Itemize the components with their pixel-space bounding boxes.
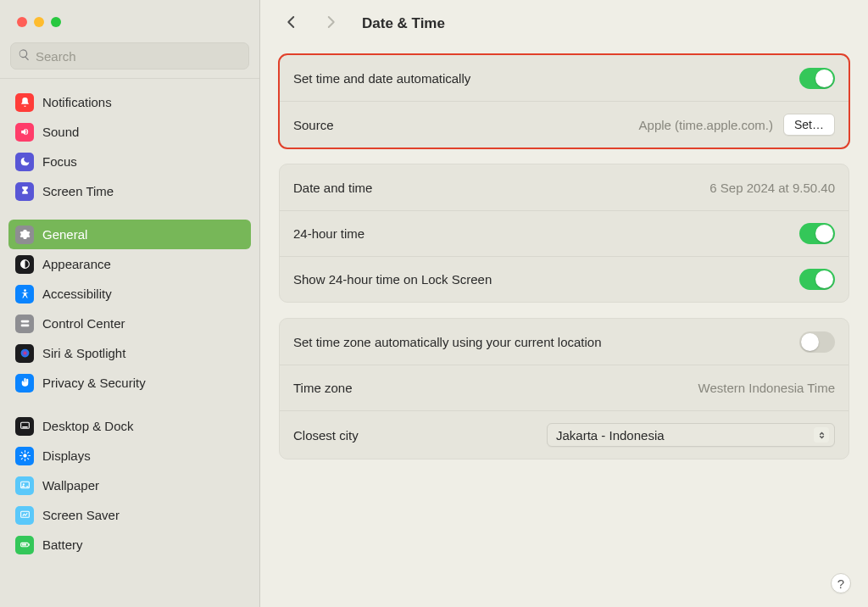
bell-icon xyxy=(15,93,34,112)
sun-icon xyxy=(15,447,34,465)
main-pane: Date & Time Set time and date automatica… xyxy=(260,0,868,607)
sidebar-item-label: Privacy & Security xyxy=(42,376,146,390)
moon-icon xyxy=(15,153,34,171)
auto-time-label: Set time and date automatically xyxy=(293,71,470,86)
auto-time-toggle[interactable] xyxy=(799,68,835,89)
panel-timezone: Set time zone automatically using your c… xyxy=(279,318,849,459)
city-label: Closest city xyxy=(293,428,359,443)
svg-rect-12 xyxy=(28,543,29,545)
gear-icon xyxy=(15,226,34,244)
nav-arrows xyxy=(284,14,338,33)
search-field[interactable] xyxy=(10,42,249,70)
svg-point-7 xyxy=(23,454,26,457)
tz-value: Western Indonesia Time xyxy=(698,381,835,395)
lock24-toggle[interactable] xyxy=(799,269,835,290)
search-icon xyxy=(18,48,31,64)
svg-rect-2 xyxy=(20,320,29,323)
set-source-button[interactable]: Set… xyxy=(783,114,835,136)
sidebar-nav: NotificationsSoundFocusScreen TimeGenera… xyxy=(0,78,259,607)
battery-icon xyxy=(15,536,34,554)
page-title: Date & Time xyxy=(362,15,445,32)
search-input[interactable] xyxy=(36,49,242,64)
header: Date & Time xyxy=(260,0,868,47)
sidebar-item-label: Battery xyxy=(42,537,83,552)
row-timezone: Time zone Western Indonesia Time xyxy=(280,365,849,410)
sidebar-item-privacy-security[interactable]: Privacy & Security xyxy=(8,368,251,398)
svg-point-1 xyxy=(24,289,26,292)
sidebar-item-focus[interactable]: Focus xyxy=(8,147,251,176)
svg-rect-13 xyxy=(21,543,25,545)
sidebar-item-label: General xyxy=(42,227,87,242)
sidebar-item-control-center[interactable]: Control Center xyxy=(8,309,251,338)
appearance-icon xyxy=(15,255,34,274)
row-24hour: 24-hour time xyxy=(280,210,849,256)
datetime-label: Date and time xyxy=(293,181,372,195)
sidebar-item-battery[interactable]: Battery xyxy=(8,530,251,560)
auto-tz-toggle[interactable] xyxy=(799,331,835,353)
minimize-window-button[interactable] xyxy=(34,17,44,27)
svg-point-9 xyxy=(22,483,24,485)
chevron-up-down-icon xyxy=(814,427,829,443)
sidebar-item-label: Desktop & Dock xyxy=(42,419,134,433)
back-button[interactable] xyxy=(284,14,299,33)
svg-rect-10 xyxy=(20,511,29,517)
sidebar-item-label: Wallpaper xyxy=(42,478,99,493)
siri-icon xyxy=(15,344,34,363)
hour24-toggle[interactable] xyxy=(799,223,835,244)
sidebar-item-label: Siri & Spotlight xyxy=(42,346,125,360)
settings-window: NotificationsSoundFocusScreen TimeGenera… xyxy=(0,0,868,607)
sidebar-item-label: Appearance xyxy=(42,257,111,271)
sidebar-item-desktop-dock[interactable]: Desktop & Dock xyxy=(8,411,251,441)
svg-rect-6 xyxy=(22,426,28,427)
datetime-value: 6 Sep 2024 at 9.50.40 xyxy=(709,181,835,195)
help-button[interactable]: ? xyxy=(831,573,851,593)
sidebar-item-label: Screen Time xyxy=(42,184,114,198)
sidebar-item-wallpaper[interactable]: Wallpaper xyxy=(8,471,251,500)
sidebar-item-displays[interactable]: Displays xyxy=(8,441,251,471)
lock24-label: Show 24-hour time on Lock Screen xyxy=(293,272,492,287)
sidebar-item-general[interactable]: General xyxy=(8,220,251,249)
close-window-button[interactable] xyxy=(17,17,27,27)
closest-city-value: Jakarta - Indonesia xyxy=(556,428,665,443)
sidebar-item-label: Focus xyxy=(42,154,77,169)
dock-icon xyxy=(15,417,34,436)
screensaver-icon xyxy=(15,506,34,525)
closest-city-dropdown[interactable]: Jakarta - Indonesia xyxy=(547,423,835,447)
content: Set time and date automatically Source A… xyxy=(260,47,868,487)
sidebar-item-notifications[interactable]: Notifications xyxy=(8,87,251,117)
sidebar-item-sound[interactable]: Sound xyxy=(8,117,251,147)
speaker-icon xyxy=(15,123,34,142)
forward-button[interactable] xyxy=(323,14,338,33)
source-label: Source xyxy=(293,118,334,132)
row-lock24: Show 24-hour time on Lock Screen xyxy=(280,256,849,302)
sidebar-item-label: Accessibility xyxy=(42,287,112,301)
row-source: Source Apple (time.apple.com.) Set… xyxy=(280,101,849,148)
sidebar-item-accessibility[interactable]: Accessibility xyxy=(8,279,251,309)
svg-point-4 xyxy=(20,349,29,358)
sidebar-item-label: Sound xyxy=(42,125,79,139)
sidebar-item-siri-spotlight[interactable]: Siri & Spotlight xyxy=(8,338,251,368)
accessibility-icon xyxy=(15,285,34,304)
sidebar-item-label: Screen Saver xyxy=(42,508,120,522)
row-auto-tz: Set time zone automatically using your c… xyxy=(280,319,849,365)
row-closest-city: Closest city Jakarta - Indonesia xyxy=(280,410,849,459)
sidebar: NotificationsSoundFocusScreen TimeGenera… xyxy=(0,0,260,607)
tz-label: Time zone xyxy=(293,381,352,395)
source-value: Apple (time.apple.com.) xyxy=(639,118,773,132)
sidebar-item-label: Displays xyxy=(42,448,91,463)
panel-datetime: Date and time 6 Sep 2024 at 9.50.40 24-h… xyxy=(279,164,849,303)
hour24-label: 24-hour time xyxy=(293,226,364,241)
row-auto-time: Set time and date automatically xyxy=(280,55,849,101)
panel-auto-datetime: Set time and date automatically Source A… xyxy=(279,54,849,148)
svg-rect-3 xyxy=(20,325,29,327)
sidebar-item-appearance[interactable]: Appearance xyxy=(8,249,251,279)
row-datetime: Date and time 6 Sep 2024 at 9.50.40 xyxy=(280,164,849,210)
auto-tz-label: Set time zone automatically using your c… xyxy=(293,335,602,349)
hand-icon xyxy=(15,374,34,393)
zoom-window-button[interactable] xyxy=(51,17,61,27)
sidebar-item-screen-saver[interactable]: Screen Saver xyxy=(8,500,251,530)
sidebar-item-label: Notifications xyxy=(42,95,112,109)
sidebar-item-label: Control Center xyxy=(42,316,125,331)
switches-icon xyxy=(15,315,34,333)
sidebar-item-screen-time[interactable]: Screen Time xyxy=(8,176,251,206)
